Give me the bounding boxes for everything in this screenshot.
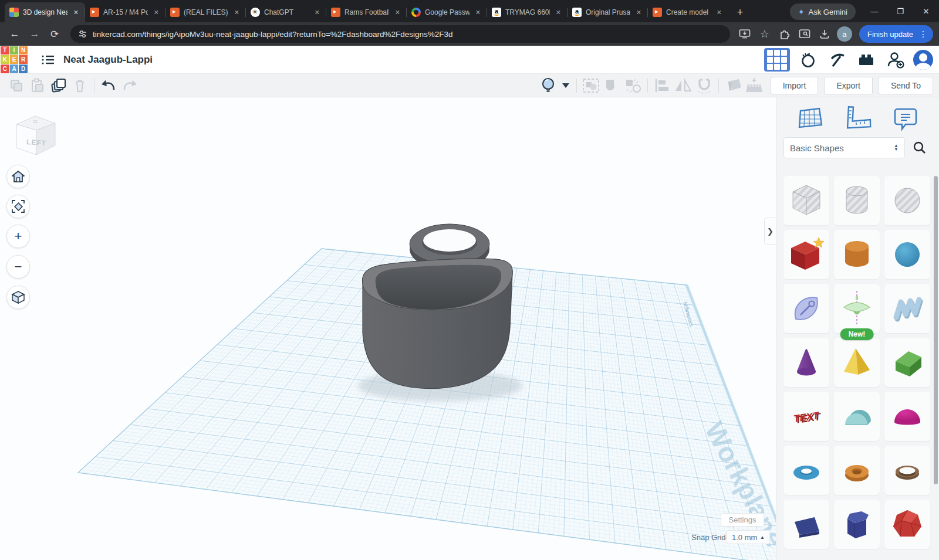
ask-gemini-button[interactable]: ✦ Ask Gemini [790,4,856,20]
tab-real-files[interactable]: (REAL FILES) N ✕ [165,2,246,22]
shape-tile-cone[interactable] [783,338,829,387]
back-button[interactable]: ← [6,25,23,43]
copy-icon[interactable] [6,76,27,95]
shape-tile-sphere[interactable] [884,230,930,279]
shape-category-dropdown[interactable]: Basic Shapes ▲▼ [783,137,905,158]
minecraft-pickaxe-icon[interactable] [825,48,849,72]
shape-tile-prism[interactable] [834,500,880,549]
ruler-helper-icon[interactable] [843,106,873,131]
tab-ar15[interactable]: AR-15 / M4 Po ✕ [85,2,165,22]
send-to-button[interactable]: Send To [879,77,933,94]
finish-update-button[interactable]: Finish update ⋮ [859,25,933,43]
tab-trymag[interactable]: TRYMAG 660P ✕ [487,2,568,22]
tab-tinkercad-design[interactable]: 3D design Nea ✕ [5,2,85,22]
mirror-icon[interactable] [673,76,694,95]
shape-tile-icosahedron[interactable] [884,500,930,549]
view-cube[interactable]: LEFT [9,109,59,161]
shape-tile-hole-cylinder[interactable] [834,176,880,225]
home-view-button[interactable] [6,165,30,188]
viewport-canvas[interactable]: Workplane Millimeters [0,97,776,560]
shape-tile-cylinder[interactable] [834,230,880,279]
address-bar[interactable]: tinkercad.com/things/igAipoMv3uu-neat-ja… [70,25,730,43]
snap-grid-dropdown[interactable]: 1.0 mm ▲ [727,530,770,544]
minimize-button[interactable]: — [862,2,887,20]
downloads-icon[interactable] [817,26,832,42]
tab-original-prusa[interactable]: Original Prusa ✕ [568,2,648,22]
settings-button[interactable]: Settings [721,513,764,527]
site-settings-icon[interactable] [79,30,87,38]
tab-close-icon[interactable]: ✕ [232,8,241,17]
tab-chatgpt[interactable]: ChatGPT ✕ [246,2,326,22]
panel-collapse-handle[interactable]: ❯ [764,218,776,245]
tinkercad-logo[interactable]: TIN KER CAD [0,46,28,74]
perspective-toggle-button[interactable] [6,286,30,309]
browser-menu-icon[interactable]: ⋮ [919,29,930,39]
zoom-in-button[interactable]: + [6,225,30,248]
shape-tile-top-spinner[interactable]: New! [834,284,880,333]
install-icon[interactable] [737,26,752,42]
shape-tile-pyramid[interactable] [834,338,880,387]
import-button[interactable]: Import [771,77,819,94]
workplane-helper-icon[interactable] [797,106,824,131]
tab-close-icon[interactable]: ✕ [715,8,724,17]
shape-tile-text[interactable]: TEXT TEXT [783,392,829,441]
bulb-dropdown-icon[interactable] [559,76,573,95]
user-avatar[interactable] [913,50,933,70]
group-icon[interactable] [602,76,623,95]
tab-close-icon[interactable]: ✕ [393,8,402,17]
show-all-bulb-icon[interactable] [538,76,559,95]
sim-lab-icon[interactable] [796,48,819,72]
browser-profile-avatar[interactable]: a [837,26,852,42]
shape-tile-wedge[interactable] [783,500,829,549]
shape-tile-hole-box[interactable] [783,176,829,225]
design-title[interactable]: Neat Jaagub-Lappi [63,54,153,66]
shape-tile-squiggle[interactable] [884,284,930,333]
export-button[interactable]: Export [824,77,872,94]
ruler-tool-icon[interactable] [744,76,765,95]
shape-tile-box[interactable] [783,230,829,279]
panel-scrollbar[interactable] [934,176,938,484]
forward-button[interactable]: → [26,25,43,43]
new-tab-button[interactable]: + [732,4,748,21]
close-button[interactable]: ✕ [913,2,939,20]
shape-tile-torus[interactable] [783,446,829,495]
shape-tile-hole-sphere[interactable] [884,176,930,225]
brick-builder-icon[interactable] [854,48,878,72]
redo-icon[interactable] [119,76,140,95]
tab-rams-football[interactable]: Rams Football ✕ [326,2,407,22]
tab-close-icon[interactable]: ✕ [474,8,482,17]
collaborate-icon[interactable] [884,48,907,72]
delete-icon[interactable] [69,76,90,95]
shape-tile-roof[interactable] [884,338,930,387]
tab-close-icon[interactable]: ✕ [313,8,322,17]
select-group-icon[interactable] [580,76,602,95]
fit-view-button[interactable] [6,195,30,218]
tab-google-password[interactable]: Google Passw ✕ [407,2,487,22]
shape-tile-scribble[interactable] [783,284,829,333]
3d-scene[interactable]: Workplane Millimeters [0,97,776,560]
lock-magnet-icon[interactable] [694,76,715,95]
shape-tile-half-cylinder[interactable] [834,392,880,441]
align-icon[interactable] [651,76,673,95]
notes-icon[interactable] [893,106,918,131]
shape-tile-tube[interactable] [834,446,880,495]
tab-close-icon[interactable]: ✕ [554,8,563,17]
extensions-icon[interactable] [777,26,792,42]
paste-icon[interactable] [27,76,48,95]
tab-close-icon[interactable]: ✕ [72,8,80,17]
bookmark-star-icon[interactable]: ☆ [757,26,772,42]
ungroup-icon[interactable] [623,76,644,95]
duplicate-icon[interactable] [48,76,69,95]
view-3d-button[interactable] [764,48,790,72]
tab-close-icon[interactable]: ✕ [152,8,161,17]
zoom-out-button[interactable]: − [6,255,30,279]
shape-tile-ring[interactable] [884,446,930,495]
reload-button[interactable]: ⟳ [46,25,63,43]
shape-search-button[interactable] [910,137,930,158]
design-menu-icon[interactable] [41,53,55,66]
workplane-tool-icon[interactable] [722,76,744,95]
tab-close-icon[interactable]: ✕ [634,8,643,17]
undo-icon[interactable] [98,76,119,95]
shape-tile-half-sphere[interactable] [884,392,930,441]
restore-button[interactable]: ❐ [887,2,913,20]
